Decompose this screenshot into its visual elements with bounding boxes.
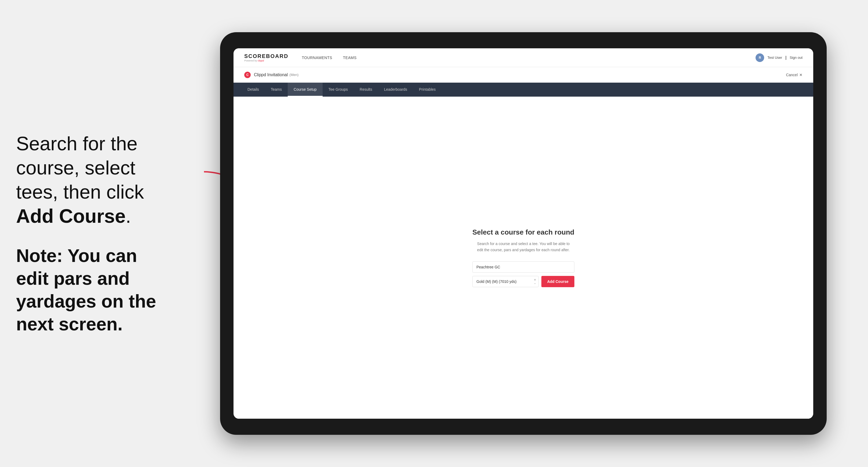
tournament-icon: C — [244, 72, 251, 78]
user-avatar: R — [755, 54, 764, 62]
annotation-note: Note: You can edit pars and yardages on … — [16, 244, 172, 336]
tab-tee-groups[interactable]: Tee Groups — [322, 83, 354, 97]
add-course-button[interactable]: Add Course — [541, 276, 575, 287]
content-description: Search for a course and select a tee. Yo… — [475, 241, 572, 253]
tab-results[interactable]: Results — [354, 83, 378, 97]
tab-printables[interactable]: Printables — [413, 83, 441, 97]
tab-navigation: Details Teams Course Setup Tee Groups Re… — [234, 83, 813, 97]
signout-link[interactable]: Sign out — [789, 56, 803, 60]
tournament-gender: (Men) — [289, 73, 299, 77]
tournament-name: Clippd Invitational — [254, 72, 288, 77]
logo-title: SCOREBOARD — [244, 53, 288, 59]
tab-course-setup[interactable]: Course Setup — [288, 83, 322, 97]
tab-teams[interactable]: Teams — [265, 83, 288, 97]
header-separator: | — [785, 55, 786, 60]
main-content: Select a course for each round Search fo… — [234, 97, 813, 419]
user-name: Test User — [767, 56, 782, 60]
annotation-bold: Add Course — [16, 205, 126, 227]
cancel-button[interactable]: Cancel ✕ — [786, 73, 803, 77]
tee-selector-row: Gold (M) (M) (7010 yds) ✕ ⌄ Add Course — [472, 276, 575, 287]
course-search-input[interactable] — [472, 261, 575, 273]
tournament-bar: C Clippd Invitational (Men) Cancel ✕ — [234, 67, 813, 83]
main-nav: TOURNAMENTS TEAMS — [302, 56, 755, 60]
logo-subtitle: Powered by clippd — [244, 59, 288, 62]
tee-select-wrapper: Gold (M) (M) (7010 yds) ✕ ⌄ — [472, 276, 539, 287]
header-right: R Test User | Sign out — [755, 54, 803, 62]
tab-details[interactable]: Details — [242, 83, 265, 97]
cancel-icon: ✕ — [799, 73, 803, 77]
annotation-main: Search for the course, select tees, then… — [16, 131, 172, 228]
nav-teams[interactable]: TEAMS — [343, 56, 357, 60]
logo: SCOREBOARD Powered by clippd — [244, 53, 288, 62]
app-header: SCOREBOARD Powered by clippd TOURNAMENTS… — [234, 48, 813, 67]
course-setup-card: Select a course for each round Search fo… — [429, 228, 617, 287]
nav-tournaments[interactable]: TOURNAMENTS — [302, 56, 332, 60]
annotation-area: Search for the course, select tees, then… — [0, 0, 188, 467]
cancel-label: Cancel — [786, 73, 798, 77]
tablet-screen: SCOREBOARD Powered by clippd TOURNAMENTS… — [234, 48, 813, 419]
tab-leaderboards[interactable]: Leaderboards — [378, 83, 413, 97]
tee-select[interactable]: Gold (M) (M) (7010 yds) — [472, 276, 539, 287]
content-title: Select a course for each round — [472, 228, 575, 237]
tablet-device: SCOREBOARD Powered by clippd TOURNAMENTS… — [220, 32, 827, 435]
